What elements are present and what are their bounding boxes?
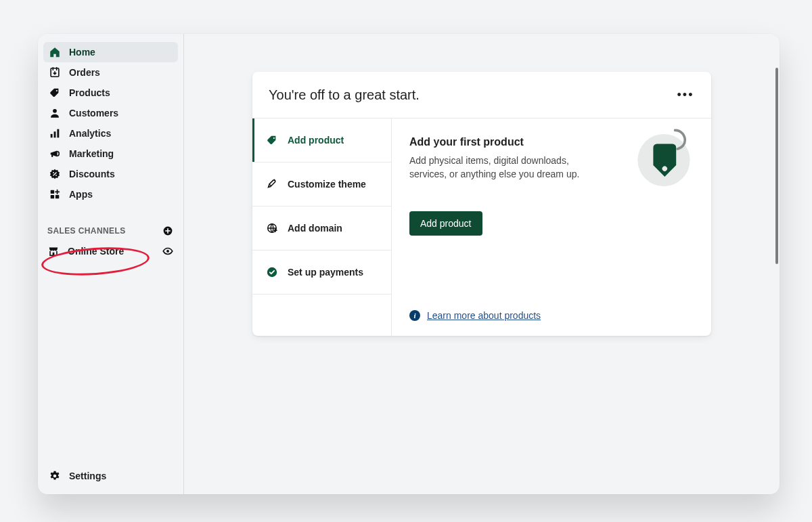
svg-point-14	[166, 250, 169, 253]
nav-label: Marketing	[69, 148, 114, 159]
nav-label: Customers	[69, 108, 118, 118]
svg-point-2	[53, 109, 57, 113]
step-customize-theme[interactable]: Customize theme	[252, 162, 391, 206]
learn-more-row: i Learn more about products	[409, 310, 694, 321]
card-more-button[interactable]: •••	[676, 85, 695, 104]
step-add-domain[interactable]: Add domain	[252, 206, 391, 251]
nav-label: Orders	[69, 67, 100, 78]
onboarding-card: You're off to a great start. ••• Add pro…	[252, 72, 711, 336]
svg-rect-13	[53, 253, 55, 256]
nav-item-discounts[interactable]: Discounts	[43, 164, 178, 184]
nav-item-analytics[interactable]: Analytics	[43, 123, 178, 144]
main-content: You're off to a great start. ••• Add pro…	[184, 34, 780, 494]
svg-rect-11	[51, 195, 54, 198]
sidebar: Home Orders Products	[38, 34, 184, 494]
nav-item-settings[interactable]: Settings	[43, 466, 178, 486]
card-title: You're off to a great start.	[269, 87, 420, 103]
nav-item-orders[interactable]: Orders	[43, 62, 178, 83]
view-store-button[interactable]	[162, 245, 174, 257]
onboarding-steps: Add product Customize theme	[252, 118, 392, 336]
home-icon	[49, 46, 61, 58]
tag-icon	[49, 87, 61, 99]
card-header: You're off to a great start. •••	[252, 72, 711, 118]
product-tag-illustration	[633, 125, 695, 188]
add-product-button[interactable]: Add product	[409, 211, 482, 236]
step-spacer	[252, 295, 391, 336]
nav-item-apps[interactable]: Apps	[43, 184, 178, 204]
nav-label: Products	[69, 87, 110, 98]
nav-item-products[interactable]: Products	[43, 83, 178, 103]
svg-rect-10	[55, 195, 59, 198]
scrollbar-indicator[interactable]	[775, 68, 778, 264]
channel-label: Online Store	[68, 246, 154, 257]
megaphone-icon	[49, 148, 61, 160]
step-add-product[interactable]: Add product	[252, 118, 391, 162]
step-label: Set up payments	[288, 267, 363, 278]
nav-label: Discounts	[69, 169, 115, 179]
person-icon	[49, 107, 61, 119]
step-label: Add domain	[288, 223, 342, 234]
primary-nav: Home Orders Products	[38, 39, 183, 204]
step-label: Add product	[288, 135, 344, 146]
sales-channels-title: SALES CHANNELS	[47, 226, 126, 236]
nav-label: Apps	[69, 189, 93, 200]
nav-label: Analytics	[69, 128, 111, 139]
svg-rect-4	[54, 131, 56, 137]
button-label: Add product	[420, 218, 472, 229]
step-label: Customize theme	[288, 179, 366, 190]
detail-description: Add physical items, digital downloads, s…	[409, 154, 585, 181]
check-circle-icon	[266, 266, 278, 278]
svg-rect-3	[51, 134, 53, 137]
sales-channels-header: SALES CHANNELS	[38, 225, 183, 237]
svg-rect-6	[51, 154, 53, 157]
nav-item-marketing[interactable]: Marketing	[43, 144, 178, 164]
learn-more-link[interactable]: Learn more about products	[427, 310, 541, 321]
gear-icon	[49, 470, 61, 482]
step-setup-payments[interactable]: Set up payments	[252, 251, 391, 295]
apps-icon	[49, 188, 61, 200]
tag-icon	[266, 134, 278, 146]
svg-point-16	[273, 137, 275, 139]
brush-icon	[266, 178, 278, 190]
step-detail: Add your first product Add physical item…	[392, 118, 711, 336]
settings-label: Settings	[69, 471, 106, 481]
svg-point-15	[53, 475, 57, 478]
nav-item-home[interactable]: Home	[43, 42, 178, 62]
add-channel-button[interactable]	[162, 225, 174, 237]
viewport: Home Orders Products	[0, 0, 812, 522]
store-icon	[47, 245, 60, 257]
nav-item-customers[interactable]: Customers	[43, 103, 178, 123]
info-icon: i	[409, 310, 420, 321]
orders-icon	[49, 66, 61, 79]
nav-label: Home	[69, 47, 95, 58]
svg-point-8	[55, 175, 57, 176]
svg-point-1	[56, 90, 58, 91]
discount-icon	[49, 168, 61, 180]
channel-online-store[interactable]: Online Store	[38, 241, 183, 261]
svg-rect-9	[51, 190, 54, 194]
globe-icon	[266, 222, 278, 234]
svg-rect-5	[57, 129, 59, 138]
app-window: Home Orders Products	[38, 34, 780, 494]
bars-icon	[49, 127, 61, 139]
card-body: Add product Customize theme	[252, 118, 711, 336]
svg-point-7	[53, 172, 54, 173]
